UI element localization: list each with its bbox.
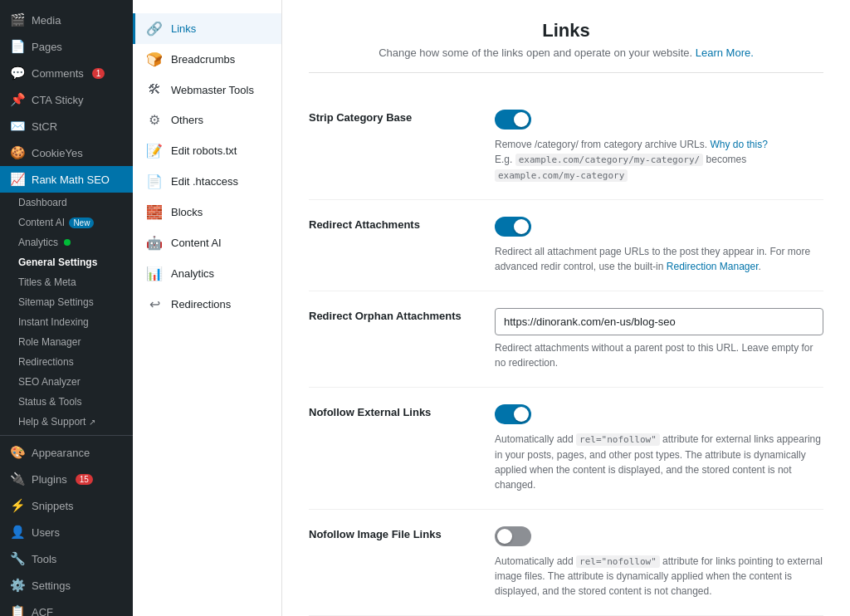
redirect-attachments-desc: Redirect all attachment page URLs to the…	[495, 244, 823, 274]
plugins-badge: 15	[76, 474, 93, 485]
sidebar-sub-sitemap-settings[interactable]: Sitemap Settings	[0, 292, 133, 312]
sidebar: 🎬 Media 📄 Pages 💬 Comments 1 📌 CTA Stick…	[0, 0, 133, 616]
plugins-icon: 🔌	[10, 472, 25, 486]
page-header: Links Change how some of the links open …	[309, 20, 823, 73]
redirect-attachments-label: Redirect Attachments	[309, 217, 475, 231]
strip-category-base-desc: Remove /category/ from category archive …	[495, 137, 823, 183]
redirect-orphan-label: Redirect Orphan Attachments	[309, 308, 475, 322]
breadcrumbs-subnav-icon: 🍞	[146, 51, 163, 67]
sidebar-item-cta-sticky[interactable]: 📌 CTA Sticky	[0, 86, 133, 113]
sidebar-item-plugins[interactable]: 🔌 Plugins 15	[0, 466, 133, 492]
sidebar-item-cookieyes[interactable]: 🍪 CookieYes	[0, 139, 133, 166]
subnav-edit-htaccess[interactable]: 📄 Edit .htaccess	[133, 166, 281, 197]
blocks-subnav-icon: 🧱	[146, 204, 163, 220]
sidebar-sub-redirections[interactable]: Redirections	[0, 352, 133, 372]
redirection-manager-link[interactable]: Redirection Manager	[667, 261, 759, 272]
sidebar-sub-general-settings[interactable]: General Settings	[0, 252, 133, 272]
sidebar-item-acf[interactable]: 📋 ACF	[0, 599, 133, 616]
redirect-orphan-control: Redirect attachments without a parent po…	[495, 308, 823, 370]
nofollow-image-desc: Automatically add rel="nofollow" attribu…	[495, 554, 823, 599]
sidebar-sub-role-manager[interactable]: Role Manager	[0, 332, 133, 352]
external-link-icon: ↗	[89, 418, 95, 427]
subnav-others[interactable]: ⚙ Others	[133, 105, 281, 135]
nofollow-external-label: Nofollow External Links	[309, 404, 475, 418]
sidebar-sub-content-ai[interactable]: Content AI New	[0, 213, 133, 232]
robots-subnav-icon: 📝	[146, 143, 163, 159]
sidebar-item-snippets[interactable]: ⚡ Snippets	[0, 492, 133, 519]
appearance-icon: 🎨	[10, 445, 25, 460]
redirect-orphan-input[interactable]	[495, 308, 823, 335]
sidebar-sub-instant-indexing[interactable]: Instant Indexing	[0, 312, 133, 332]
redirect-orphan-row: Redirect Orphan Attachments Redirect att…	[309, 291, 823, 388]
others-subnav-icon: ⚙	[146, 112, 163, 128]
sidebar-item-rank-math[interactable]: 📈 Rank Math SEO	[0, 166, 133, 193]
learn-more-link[interactable]: Learn More.	[696, 46, 754, 59]
sidebar-sub-status-tools[interactable]: Status & Tools	[0, 392, 133, 412]
cookieyes-icon: 🍪	[10, 145, 25, 160]
sidebar-sub-help-support[interactable]: Help & Support ↗	[0, 412, 133, 432]
nofollow-image-control: Automatically add rel="nofollow" attribu…	[495, 526, 823, 599]
redirect-orphan-desc: Redirect attachments without a parent po…	[495, 340, 823, 370]
sidebar-sub-dashboard[interactable]: Dashboard	[0, 193, 133, 213]
sidebar-item-comments[interactable]: 💬 Comments 1	[0, 60, 133, 86]
comments-icon: 💬	[10, 66, 25, 81]
sidebar-item-users[interactable]: 👤 Users	[0, 519, 133, 545]
page-subtitle: Change how some of the links open and op…	[309, 46, 823, 59]
nofollow-external-toggle[interactable]	[495, 404, 531, 424]
pages-icon: 📄	[10, 39, 25, 54]
page-title: Links	[309, 20, 823, 42]
links-subnav-icon: 🔗	[146, 21, 163, 37]
strip-category-base-toggle[interactable]	[495, 110, 531, 130]
redirect-attachments-toggle[interactable]	[495, 217, 531, 237]
content-ai-badge: New	[69, 218, 94, 228]
nofollow-external-desc: Automatically add rel="nofollow" attribu…	[495, 432, 823, 492]
subnav-panel: 🔗 Links 🍞 Breadcrumbs 🛠 Webmaster Tools …	[133, 0, 282, 616]
subnav-content-ai[interactable]: 🤖 Content AI	[133, 227, 281, 258]
settings-icon: ⚙️	[10, 578, 25, 593]
stcr-icon: ✉️	[10, 119, 25, 134]
sidebar-item-tools[interactable]: 🔧 Tools	[0, 545, 133, 572]
sidebar-item-pages[interactable]: 📄 Pages	[0, 33, 133, 60]
webmaster-subnav-icon: 🛠	[146, 82, 163, 97]
nofollow-image-toggle[interactable]	[495, 526, 531, 546]
tools-icon: 🔧	[10, 551, 25, 566]
users-icon: 👤	[10, 525, 25, 540]
subnav-webmaster-tools[interactable]: 🛠 Webmaster Tools	[133, 75, 281, 105]
sidebar-sub-analytics[interactable]: Analytics	[0, 232, 133, 252]
subnav-redirections[interactable]: ↩ Redirections	[133, 289, 281, 320]
subnav-edit-robots[interactable]: 📝 Edit robots.txt	[133, 135, 281, 166]
nofollow-image-row: Nofollow Image File Links Automatically …	[309, 510, 823, 617]
cta-icon: 📌	[10, 92, 25, 107]
sidebar-item-media[interactable]: 🎬 Media	[0, 7, 133, 33]
subnav-links[interactable]: 🔗 Links	[133, 13, 281, 44]
sidebar-item-settings[interactable]: ⚙️ Settings	[0, 572, 133, 599]
strip-category-base-label: Strip Category Base	[309, 110, 475, 124]
redirections-subnav-icon: ↩	[146, 296, 163, 312]
redirect-attachments-control: Redirect all attachment page URLs to the…	[495, 217, 823, 274]
rank-math-icon: 📈	[10, 172, 25, 187]
sidebar-item-stcr[interactable]: ✉️ StCR	[0, 113, 133, 139]
nofollow-image-label: Nofollow Image File Links	[309, 526, 475, 540]
subnav-analytics[interactable]: 📊 Analytics	[133, 258, 281, 289]
nofollow-external-row: Nofollow External Links Automatically ad…	[309, 388, 823, 510]
subnav-breadcrumbs[interactable]: 🍞 Breadcrumbs	[133, 44, 281, 75]
comments-badge: 1	[92, 68, 105, 79]
main-area: 🔗 Links 🍞 Breadcrumbs 🛠 Webmaster Tools …	[133, 0, 850, 616]
strip-category-base-row: Strip Category Base Remove /category/ fr…	[309, 93, 823, 200]
content-ai-subnav-icon: 🤖	[146, 235, 163, 251]
analytics-subnav-icon: 📊	[146, 266, 163, 281]
sidebar-item-appearance[interactable]: 🎨 Appearance	[0, 439, 133, 466]
analytics-dot	[64, 239, 71, 246]
redirect-attachments-row: Redirect Attachments Redirect all attach…	[309, 200, 823, 291]
why-do-this-link[interactable]: Why do this?	[710, 139, 767, 150]
nofollow-external-control: Automatically add rel="nofollow" attribu…	[495, 404, 823, 492]
sidebar-sub-titles-meta[interactable]: Titles & Meta	[0, 272, 133, 292]
snippets-icon: ⚡	[10, 498, 25, 513]
subnav-blocks[interactable]: 🧱 Blocks	[133, 197, 281, 227]
content-panel: Links Change how some of the links open …	[282, 0, 850, 616]
acf-icon: 📋	[10, 604, 25, 616]
sidebar-sub-seo-analyzer[interactable]: SEO Analyzer	[0, 372, 133, 392]
strip-category-base-control: Remove /category/ from category archive …	[495, 110, 823, 183]
media-icon: 🎬	[10, 12, 25, 27]
htaccess-subnav-icon: 📄	[146, 174, 163, 189]
